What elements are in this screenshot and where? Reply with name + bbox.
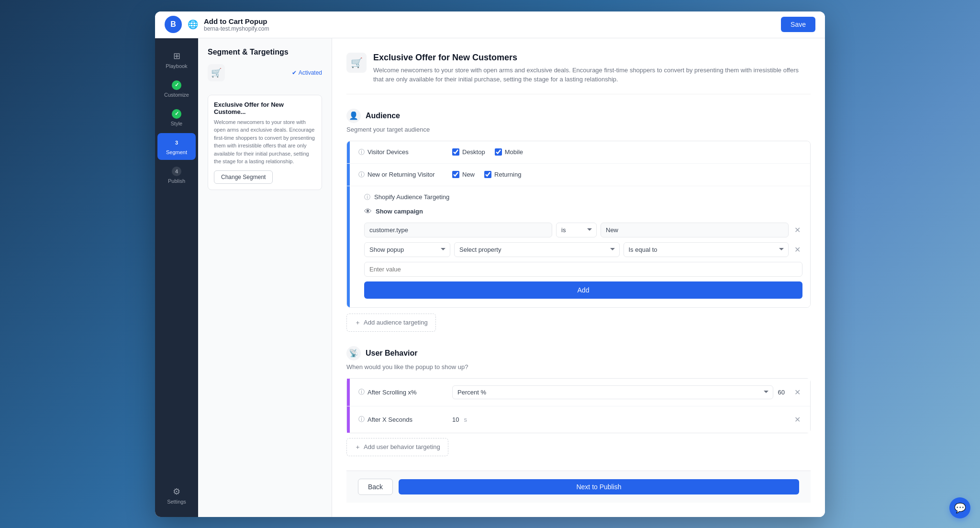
- visitor-devices-options: Desktop Mobile: [452, 148, 523, 156]
- visitor-type-label: New or Returning Visitor: [368, 171, 435, 178]
- customize-badge: ✓: [172, 80, 181, 90]
- settings-label: Settings: [167, 499, 186, 505]
- returning-visitor-label: Returning: [494, 171, 521, 178]
- content-header: 🛒 Exclusive Offer for New Customers Welc…: [346, 53, 811, 94]
- add-behavior-targeting-button[interactable]: ＋ Add user behavior targeting: [346, 438, 448, 456]
- remove-condition-1-button[interactable]: ✕: [792, 224, 802, 236]
- remove-condition-2-button[interactable]: ✕: [792, 243, 802, 256]
- header-left: B 🌐 Add to Cart Popup berna-test.myshopi…: [165, 16, 269, 33]
- remove-scrolling-button[interactable]: ✕: [792, 386, 802, 399]
- behavior-container: ⓘ After Scrolling x% Percent % Pixels 60: [346, 378, 811, 433]
- app-name: Add to Cart Popup: [204, 17, 269, 25]
- info-icon-seconds: ⓘ: [358, 415, 365, 424]
- panel-segment-icon: 🛒: [208, 64, 225, 81]
- condition-property-input[interactable]: [364, 223, 552, 237]
- chat-bubble-button[interactable]: 💬: [949, 497, 970, 518]
- condition-row-1: is is not contains ✕: [364, 223, 802, 237]
- mobile-option: Mobile: [495, 148, 523, 156]
- customize-label: Customize: [164, 92, 189, 98]
- audience-title: Audience: [366, 112, 400, 120]
- after-seconds-row: ⓘ After X Seconds 10 s ✕: [347, 406, 810, 433]
- behavior-subtitle: When would you like the popup to show up…: [346, 363, 811, 371]
- and-indicator-3: [347, 186, 350, 307]
- visitor-devices-row: ⓘ Visitor Devices Desktop Mob: [347, 141, 810, 164]
- sidebar: ⊞ Playbook ✓ Customize ✓ Style 3 Segment…: [155, 38, 198, 517]
- plus-icon-audience: ＋: [355, 318, 361, 327]
- returning-visitor-checkbox[interactable]: [484, 171, 491, 178]
- desktop-checkbox[interactable]: [452, 148, 459, 156]
- content-header-icon: 🛒: [346, 53, 367, 73]
- select-property-select[interactable]: Select property: [454, 242, 620, 257]
- add-behavior-label: Add user behavior targeting: [364, 443, 440, 450]
- shopify-targeting-row: ⓘ Shopify Audience Targeting 👁 Show camp…: [347, 186, 810, 307]
- enter-value-input[interactable]: [364, 262, 802, 277]
- panel-card-name: Exclusive Offer for New Custome...: [214, 101, 316, 115]
- segment-label: Segment: [166, 149, 187, 155]
- mobile-checkbox[interactable]: [495, 148, 502, 156]
- plus-icon-behavior: ＋: [355, 443, 361, 451]
- remove-seconds-button[interactable]: ✕: [792, 413, 802, 426]
- store-url: berna-test.myshopify.com: [204, 25, 269, 32]
- playbook-label: Playbook: [166, 63, 187, 69]
- info-icon-shopify: ⓘ: [364, 193, 370, 202]
- bottom-nav: Back Next to Publish: [346, 471, 811, 503]
- condition-row-2: Show popup Select property Is equal to ✕: [364, 242, 802, 257]
- header-title-group: Add to Cart Popup berna-test.myshopify.c…: [204, 17, 269, 32]
- behavior-title: User Behavior: [366, 349, 418, 358]
- show-campaign-row: 👁 Show campaign: [364, 207, 802, 216]
- condition-value-input[interactable]: [601, 223, 789, 237]
- panel-status-row: 🛒 ✔ Activated: [208, 64, 322, 81]
- content-title: Exclusive Offer for New Customers: [373, 53, 811, 63]
- scrolling-value: 60: [778, 389, 785, 396]
- behavior-section: 📡 User Behavior When would you like the …: [346, 346, 811, 456]
- mobile-label: Mobile: [505, 148, 523, 156]
- show-popup-select[interactable]: Show popup: [364, 242, 450, 257]
- visitor-type-row: ⓘ New or Returning Visitor New: [347, 164, 810, 186]
- new-visitor-checkbox[interactable]: [452, 171, 459, 178]
- after-scrolling-row: ⓘ After Scrolling x% Percent % Pixels 60: [347, 379, 810, 406]
- eye-icon: 👁: [364, 207, 372, 216]
- new-visitor-label: New: [462, 171, 475, 178]
- desktop-label: Desktop: [462, 148, 485, 156]
- style-badge: ✓: [172, 109, 181, 119]
- change-segment-button[interactable]: Change Segment: [214, 170, 273, 184]
- save-button[interactable]: Save: [781, 17, 815, 32]
- sidebar-item-segment[interactable]: 3 Segment: [157, 133, 196, 160]
- next-to-publish-button[interactable]: Next to Publish: [399, 479, 799, 494]
- is-equal-to-select[interactable]: Is equal to: [624, 242, 789, 257]
- show-campaign-label: Show campaign: [376, 208, 423, 215]
- app-logo: B: [165, 16, 182, 33]
- publish-badge: 4: [172, 167, 181, 176]
- seconds-value: 10: [452, 416, 459, 423]
- add-audience-targeting-button[interactable]: ＋ Add audience targeting: [346, 314, 436, 332]
- panel-title: Segment & Targetings: [208, 48, 322, 56]
- sidebar-item-publish[interactable]: 4 Publish: [157, 162, 196, 189]
- scrolling-unit-select[interactable]: Percent % Pixels: [452, 385, 773, 399]
- sidebar-item-settings[interactable]: ⚙ Settings: [157, 482, 196, 509]
- audience-section-header: 👤 Audience: [346, 109, 811, 123]
- activated-label: Activated: [299, 69, 322, 76]
- scrolling-label: After Scrolling x%: [368, 389, 417, 396]
- sidebar-item-style[interactable]: ✓ Style: [157, 104, 196, 131]
- sidebar-item-customize[interactable]: ✓ Customize: [157, 76, 196, 102]
- style-label: Style: [171, 121, 182, 126]
- condition-operator-select[interactable]: is is not contains: [556, 223, 597, 237]
- any-indicator-1: [347, 379, 350, 406]
- and-indicator-1: [347, 141, 350, 163]
- panel-card: Exclusive Offer for New Custome... Welco…: [208, 95, 322, 190]
- settings-icon: ⚙: [171, 486, 182, 497]
- globe-icon: 🌐: [188, 19, 198, 30]
- top-header: B 🌐 Add to Cart Popup berna-test.myshopi…: [155, 11, 825, 38]
- sidebar-item-playbook[interactable]: ⊞ Playbook: [157, 46, 196, 74]
- shopify-targeting-label: Shopify Audience Targeting: [374, 193, 449, 201]
- add-condition-button[interactable]: Add: [364, 281, 802, 299]
- behavior-icon: 📡: [346, 346, 361, 360]
- behavior-section-header: 📡 User Behavior: [346, 346, 811, 360]
- returning-visitor-option: Returning: [484, 171, 521, 178]
- visitor-type-options: New Returning: [452, 171, 521, 178]
- content-description: Welcome newcomers to your store with ope…: [373, 66, 811, 84]
- segment-badge: 3: [172, 138, 181, 147]
- playbook-icon: ⊞: [171, 51, 182, 61]
- back-button[interactable]: Back: [358, 479, 393, 495]
- and-indicator-2: [347, 164, 350, 186]
